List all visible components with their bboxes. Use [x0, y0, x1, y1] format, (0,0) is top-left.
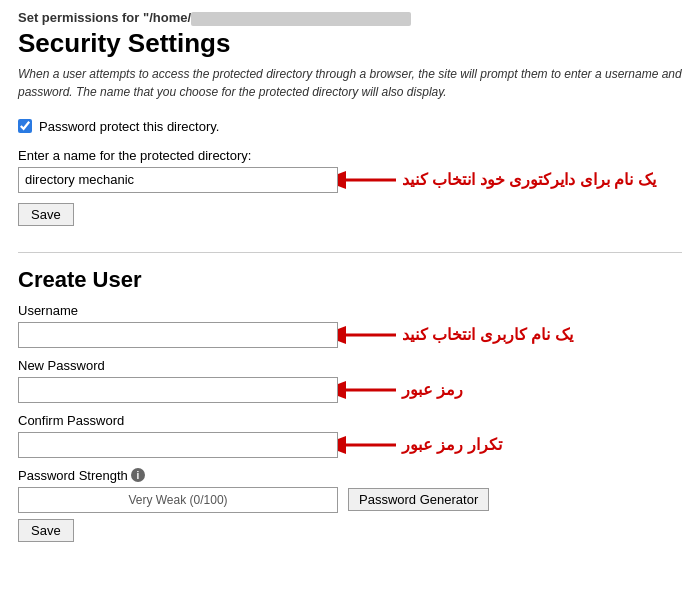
- info-icon[interactable]: i: [131, 468, 145, 482]
- section-divider: [18, 252, 682, 253]
- new-password-annotation-group: رمز عبور: [338, 377, 463, 403]
- password-generator-button[interactable]: Password Generator: [348, 488, 489, 511]
- confirm-password-label: Confirm Password: [18, 413, 682, 428]
- save-button-2[interactable]: Save: [18, 519, 74, 542]
- directory-name-row: یک نام برای دایرکتوری خود انتخاب کنید: [18, 167, 682, 193]
- directory-name-arrow-icon: [338, 167, 398, 193]
- path-text: Set permissions for "/home/: [18, 10, 191, 25]
- password-strength-row: Password Generator: [18, 487, 682, 513]
- directory-name-label: Enter a name for the protected directory…: [18, 148, 682, 163]
- username-label: Username: [18, 303, 682, 318]
- path-header: Set permissions for "/home/: [18, 10, 682, 26]
- new-password-annotation-text: رمز عبور: [402, 380, 463, 399]
- confirm-password-input[interactable]: [18, 432, 338, 458]
- password-strength-label-text: Password Strength: [18, 468, 128, 483]
- new-password-input[interactable]: [18, 377, 338, 403]
- directory-name-annotation-text: یک نام برای دایرکتوری خود انتخاب کنید: [402, 170, 656, 189]
- password-protect-checkbox[interactable]: [18, 119, 32, 133]
- create-user-title: Create User: [18, 267, 682, 293]
- username-annotation-text: یک نام کاربری انتخاب کنید: [402, 325, 573, 344]
- confirm-password-arrow-icon: [338, 432, 398, 458]
- confirm-password-row: تکرار رمز عبور: [18, 432, 682, 458]
- username-input[interactable]: [18, 322, 338, 348]
- new-password-row: رمز عبور: [18, 377, 682, 403]
- password-protect-row: Password protect this directory.: [18, 119, 682, 134]
- username-arrow-icon: [338, 322, 398, 348]
- directory-name-input[interactable]: [18, 167, 338, 193]
- confirm-password-annotation-group: تکرار رمز عبور: [338, 432, 502, 458]
- username-row: یک نام کاربری انتخاب کنید: [18, 322, 682, 348]
- directory-name-annotation-group: یک نام برای دایرکتوری خود انتخاب کنید: [338, 167, 656, 193]
- page-description: When a user attempts to access the prote…: [18, 65, 682, 101]
- password-protect-label: Password protect this directory.: [39, 119, 219, 134]
- username-annotation-group: یک نام کاربری انتخاب کنید: [338, 322, 573, 348]
- confirm-password-annotation-text: تکرار رمز عبور: [402, 435, 502, 454]
- password-strength-label-row: Password Strength i: [18, 468, 682, 483]
- new-password-arrow-icon: [338, 377, 398, 403]
- page-title: Security Settings: [18, 28, 682, 59]
- path-blurred: [191, 12, 411, 26]
- new-password-label: New Password: [18, 358, 682, 373]
- password-strength-field: [18, 487, 338, 513]
- create-user-section: Create User Username یک نام کاربری انتخا…: [18, 267, 682, 560]
- directory-name-section: Enter a name for the protected directory…: [18, 148, 682, 193]
- save-button-1[interactable]: Save: [18, 203, 74, 226]
